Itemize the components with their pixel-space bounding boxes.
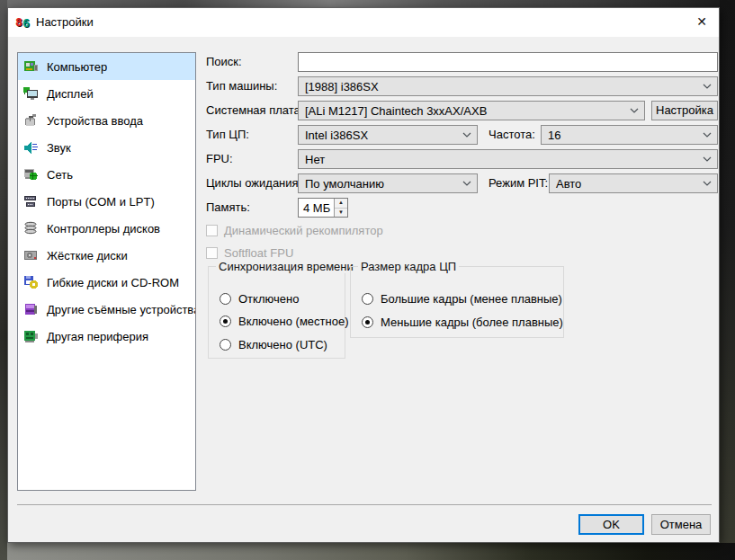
time-sync-group: Синхронизация времени Отключено Включено… [208, 266, 345, 359]
time-sync-option-utc[interactable]: Включено (UTC) [220, 338, 327, 351]
wait-states-label: Циклы ожидания: [206, 173, 301, 193]
dynamic-recompiler-checkbox [206, 225, 218, 236]
sidebar-item-hard-disks[interactable]: Жёсткие диски [18, 242, 195, 269]
sidebar-item-label: Жёсткие диски [47, 249, 128, 262]
sidebar-item-label: Дисплей [47, 87, 94, 101]
sidebar-item-machine[interactable]: Компьютер [18, 53, 195, 80]
machine-type-label: Тип машины: [206, 76, 277, 96]
sidebar-item-label: Гибкие диски и CD-ROM [47, 276, 179, 289]
sidebar-item-floppy-cdrom[interactable]: Гибкие диски и CD-ROM [18, 269, 195, 296]
time-sync-option-local[interactable]: Включено (местное) [220, 315, 349, 328]
memory-stepper[interactable]: 4 МБ ▲ ▼ [298, 198, 348, 218]
ok-button[interactable]: OK [578, 514, 644, 535]
wait-states-select[interactable]: По умолчанию [298, 173, 478, 193]
chevron-down-icon [462, 181, 471, 186]
motherboard-label: Системная плата: [206, 101, 303, 120]
radio-checked-icon [362, 316, 373, 328]
memory-value: 4 МБ [299, 201, 334, 215]
cancel-button[interactable]: Отмена [651, 514, 711, 535]
frequency-value: 16 [548, 129, 560, 142]
frame-size-option-small[interactable]: Меньшие кадры (более плавные) [362, 316, 563, 329]
sidebar-item-label: Звук [47, 141, 71, 155]
fpu-label: FPU: [206, 149, 233, 169]
network-icon [23, 167, 40, 182]
dynamic-recompiler-row: Динамический рекомпилятор [206, 223, 383, 237]
svg-text:6: 6 [22, 16, 30, 30]
search-input[interactable] [298, 52, 718, 72]
sidebar-item-peripherals[interactable]: Другая периферия [18, 323, 195, 350]
window-title: Настройки [36, 15, 94, 29]
softfloat-fpu-checkbox [206, 247, 218, 259]
sound-icon [23, 140, 40, 155]
hard-disks-icon [23, 248, 40, 262]
disk-controllers-icon [23, 221, 40, 236]
desktop-background [0, 0, 735, 7]
radio-icon [362, 293, 373, 305]
motherboard-select[interactable]: [ALi M1217] Chaintech 3xxAX/AXB [298, 101, 645, 120]
frame-size-group: Размер кадра ЦП Большие кадры (менее пла… [350, 266, 564, 338]
category-list: Компьютер Дисплей [17, 52, 196, 491]
sidebar-item-label: Компьютер [47, 60, 107, 74]
pit-mode-select[interactable]: Авто [549, 173, 718, 193]
sidebar-item-label: Другие съёмные устройства [47, 303, 196, 316]
floppy-cdrom-icon [23, 275, 40, 289]
memory-label: Память: [206, 198, 250, 218]
close-icon[interactable]: ✕ [686, 8, 717, 35]
spin-up-icon[interactable]: ▲ [335, 199, 347, 209]
desktop-background [0, 0, 7, 560]
spinner-buttons: ▲ ▼ [334, 199, 347, 217]
radio-icon [220, 293, 231, 305]
wait-states-value: По умолчанию [305, 177, 384, 191]
sidebar-item-label: Другая периферия [47, 330, 148, 343]
sidebar-item-disk-controllers[interactable]: Контроллеры дисков [18, 215, 195, 242]
chevron-down-icon [703, 181, 712, 186]
sidebar-item-display[interactable]: Дисплей [18, 80, 195, 107]
chevron-down-icon [703, 132, 712, 138]
frequency-label: Частота: [489, 125, 535, 145]
time-sync-group-title: Синхронизация времени [216, 260, 356, 273]
chevron-down-icon [630, 108, 639, 113]
sidebar-item-label: Порты (COM и LPT) [47, 195, 155, 209]
sidebar-item-sound[interactable]: Звук [18, 134, 195, 161]
chevron-down-icon [703, 156, 712, 162]
sidebar-item-removable-devices[interactable]: Другие съёмные устройства [18, 296, 195, 323]
cpu-type-value: Intel i386SX [305, 129, 368, 142]
pit-mode-label: Режим PIT: [489, 173, 548, 193]
desktop: 8 8 6 6 Настройки ✕ [0, 0, 735, 560]
computer-icon [23, 59, 40, 74]
dynamic-recompiler-label: Динамический рекомпилятор [224, 224, 383, 237]
86box-logo-icon: 8 8 6 6 [15, 15, 31, 30]
sidebar-item-network[interactable]: Сеть [18, 161, 195, 188]
softfloat-fpu-label: Softfloat FPU [224, 246, 293, 260]
input-devices-icon [23, 113, 40, 128]
softfloat-fpu-row: Softfloat FPU [206, 245, 293, 260]
svg-text:8: 8 [15, 15, 22, 29]
sidebar-item-input-devices[interactable]: Устройства ввода [18, 107, 195, 134]
motherboard-configure-button[interactable]: Настройка [651, 101, 718, 120]
frame-size-group-title: Размер кадра ЦП [358, 260, 459, 273]
pit-mode-value: Авто [556, 177, 581, 191]
frame-size-option-large[interactable]: Большие кадры (менее плавные) [362, 292, 562, 306]
sidebar-item-label: Устройства ввода [47, 114, 143, 128]
removable-devices-icon [23, 302, 40, 316]
display-icon [23, 86, 40, 101]
ports-icon [23, 194, 40, 209]
sidebar-item-ports[interactable]: Порты (COM и LPT) [18, 188, 195, 215]
spin-down-icon[interactable]: ▼ [335, 209, 347, 218]
cpu-type-select[interactable]: Intel i386SX [298, 125, 478, 145]
sidebar-item-label: Сеть [47, 168, 73, 182]
sidebar-item-label: Контроллеры дисков [47, 222, 160, 236]
frequency-select[interactable]: 16 [541, 125, 718, 145]
footer-separator [17, 504, 712, 505]
desktop-background [720, 0, 735, 560]
machine-type-select[interactable]: [1988] i386SX [298, 76, 718, 96]
desktop-background [0, 543, 735, 560]
fpu-value: Нет [305, 153, 325, 166]
time-sync-option-disabled[interactable]: Отключено [220, 292, 299, 306]
fpu-select[interactable]: Нет [298, 149, 718, 169]
machine-type-value: [1988] i386SX [305, 80, 379, 93]
peripherals-icon [23, 329, 40, 343]
cpu-type-label: Тип ЦП: [206, 125, 249, 145]
radio-icon [220, 339, 231, 351]
titlebar[interactable]: 8 8 6 6 Настройки ✕ [8, 8, 719, 37]
